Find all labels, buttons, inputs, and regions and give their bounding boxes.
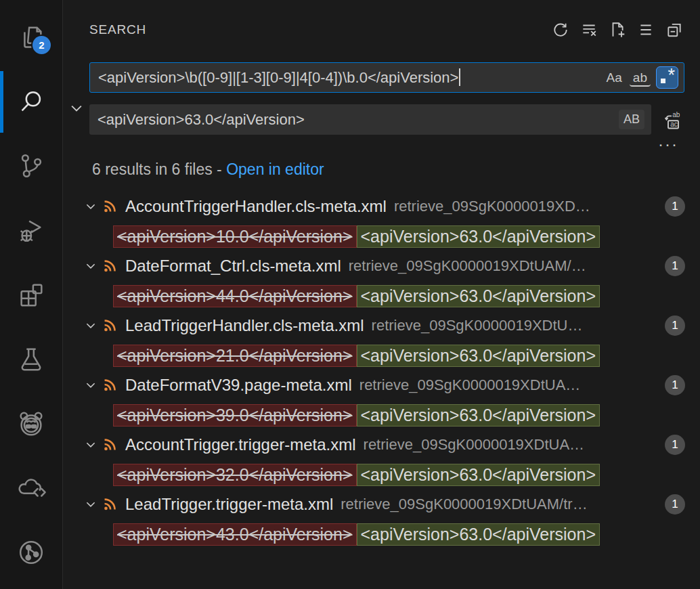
explorer-badge: 2 xyxy=(32,36,51,54)
added-replacement-text: <apiVersion>63.0</apiVersion> xyxy=(357,523,600,546)
activity-item-source-control[interactable] xyxy=(0,134,62,198)
activity-item-search[interactable] xyxy=(0,70,62,134)
refresh-button[interactable] xyxy=(548,18,573,42)
preserve-case-button[interactable]: AB xyxy=(619,110,644,129)
view-as-tree-icon xyxy=(637,21,655,39)
activity-item-share-graph[interactable] xyxy=(0,520,62,584)
match-count-badge: 1 xyxy=(665,494,685,515)
file-name: DateFormat_Ctrl.cls-meta.xml xyxy=(125,257,341,276)
inputs-column: <apiVersion>\b([0-9]|[1-3][0-9]|4[0-4])\… xyxy=(89,62,684,154)
file-path: retrieve_09SgK0000019XDtUAM/… xyxy=(349,257,659,275)
result-file-row[interactable]: DateFormatV39.page-meta.xml retrieve_09S… xyxy=(63,370,700,400)
file-path: retrieve_09SgK0000019XD… xyxy=(394,198,659,215)
xml-file-icon xyxy=(102,318,118,333)
search-result: AccountTrigger.trigger-meta.xml retrieve… xyxy=(63,430,700,489)
file-name: AccountTrigger.trigger-meta.xml xyxy=(125,435,356,454)
result-match-row[interactable]: <apiVersion>32.0</apiVersion> <apiVersio… xyxy=(63,460,700,489)
chevron-down-icon xyxy=(69,101,84,116)
open-new-search-editor-button[interactable] xyxy=(605,18,630,42)
match-count-badge: 1 xyxy=(665,315,685,336)
run-and-debug-icon xyxy=(16,215,47,246)
result-match-row[interactable]: <apiVersion>21.0</apiVersion> <apiVersio… xyxy=(63,341,700,370)
file-name: DateFormatV39.page-meta.xml xyxy=(125,376,352,395)
more-row: ··· xyxy=(89,135,684,154)
whole-word-button[interactable]: ab xyxy=(630,69,651,87)
search-icon xyxy=(16,87,47,118)
activity-item-mascot-extension[interactable] xyxy=(0,391,62,456)
chevron-down-icon[interactable] xyxy=(83,320,98,332)
result-file-row[interactable]: DateFormat_Ctrl.cls-meta.xml retrieve_09… xyxy=(63,251,700,281)
added-replacement-text: <apiVersion>63.0</apiVersion> xyxy=(357,404,600,427)
open-in-editor-link[interactable]: Open in editor xyxy=(226,160,324,179)
search-result: AccountTriggerHandler.cls-meta.xml retri… xyxy=(63,192,700,251)
search-result: DateFormatV39.page-meta.xml retrieve_09S… xyxy=(63,370,700,430)
replace-value-text: <apiVersion>63.0</apiVersion> xyxy=(97,111,619,129)
match-count-badge: 1 xyxy=(665,196,685,217)
use-regex-button[interactable]: * xyxy=(656,66,678,89)
collapse-all-icon xyxy=(665,21,683,39)
removed-match-text: <apiVersion>43.0</apiVersion> xyxy=(113,523,357,546)
activity-item-explorer[interactable]: 2 xyxy=(0,5,62,70)
search-input[interactable]: <apiVersion>\b([0-9]|[1-3][0-9]|4[0-4])\… xyxy=(89,62,684,93)
file-path: retrieve_09SgK0000019XDtUA… xyxy=(359,376,659,394)
svg-text:ac: ac xyxy=(670,121,678,128)
share-graph-icon xyxy=(16,537,47,568)
match-case-button[interactable]: Aa xyxy=(603,69,626,87)
toggle-replace-button[interactable] xyxy=(63,62,89,154)
xml-file-icon xyxy=(102,259,118,274)
cloud-code-icon xyxy=(16,473,47,504)
removed-match-text: <apiVersion>32.0</apiVersion> xyxy=(113,464,357,486)
added-replacement-text: <apiVersion>63.0</apiVersion> xyxy=(357,345,600,367)
toggle-search-details-button[interactable]: ··· xyxy=(655,139,682,149)
replace-all-icon: ab ac xyxy=(661,110,682,130)
result-match-row[interactable]: <apiVersion>44.0</apiVersion> <apiVersio… xyxy=(63,281,700,311)
activity-item-testing[interactable] xyxy=(0,327,62,391)
removed-match-text: <apiVersion>44.0</apiVersion> xyxy=(113,285,357,307)
results-list: AccountTriggerHandler.cls-meta.xml retri… xyxy=(63,192,700,549)
collapse-all-button[interactable] xyxy=(662,18,686,42)
activity-bar: 2 xyxy=(0,0,63,589)
search-sidebar: SEARCH xyxy=(63,0,700,589)
svg-text:ab: ab xyxy=(672,110,680,118)
match-count-badge: 1 xyxy=(665,375,685,395)
added-replacement-text: <apiVersion>63.0</apiVersion> xyxy=(357,225,600,248)
activity-item-cloud-code[interactable] xyxy=(0,456,62,520)
search-inputs-section: <apiVersion>\b([0-9]|[1-3][0-9]|4[0-4])\… xyxy=(63,62,700,154)
summary-separator: - xyxy=(213,160,226,179)
search-query-text: <apiVersion>\b([0-9]|[1-3][0-9]|4[0-4])\… xyxy=(98,68,599,87)
chevron-down-icon[interactable] xyxy=(83,498,98,510)
replace-input[interactable]: <apiVersion>63.0</apiVersion> AB xyxy=(89,104,651,135)
file-path: retrieve_09SgK0000019XDtU… xyxy=(372,317,659,334)
file-name: LeadTrigger.trigger-meta.xml xyxy=(125,495,333,514)
chevron-down-icon[interactable] xyxy=(83,260,98,272)
search-toolbar xyxy=(548,18,686,42)
file-path: retrieve_09SgK0000019XDtUA… xyxy=(364,436,659,454)
source-control-icon xyxy=(16,151,47,182)
replace-row: <apiVersion>63.0</apiVersion> AB ab ac xyxy=(89,104,684,135)
search-result: LeadTrigger.trigger-meta.xml retrieve_09… xyxy=(63,489,700,549)
match-count-badge: 1 xyxy=(665,435,685,455)
chevron-down-icon[interactable] xyxy=(83,379,98,391)
xml-file-icon xyxy=(102,378,118,393)
vscode-search-view: 2 xyxy=(0,0,700,589)
result-match-row[interactable]: <apiVersion>43.0</apiVersion> <apiVersio… xyxy=(63,519,700,549)
open-new-search-editor-icon xyxy=(609,21,626,39)
activity-item-run-debug[interactable] xyxy=(0,198,62,263)
replace-all-button[interactable]: ab ac xyxy=(658,106,684,133)
result-file-row[interactable]: LeadTrigger.trigger-meta.xml retrieve_09… xyxy=(63,489,700,519)
search-result: DateFormat_Ctrl.cls-meta.xml retrieve_09… xyxy=(63,251,700,311)
xml-file-icon xyxy=(102,437,118,452)
result-file-row[interactable]: AccountTrigger.trigger-meta.xml retrieve… xyxy=(63,430,700,460)
result-file-row[interactable]: LeadTriggerHandler.cls-meta.xml retrieve… xyxy=(63,311,700,341)
activity-item-extensions[interactable] xyxy=(0,263,62,327)
clear-search-results-button[interactable] xyxy=(577,18,601,42)
result-match-row[interactable]: <apiVersion>10.0</apiVersion> <apiVersio… xyxy=(63,221,700,251)
result-match-row[interactable]: <apiVersion>39.0</apiVersion> <apiVersio… xyxy=(63,400,700,430)
view-as-tree-button[interactable] xyxy=(634,18,658,42)
regex-icon xyxy=(661,79,665,83)
chevron-down-icon[interactable] xyxy=(83,200,98,213)
chevron-down-icon[interactable] xyxy=(83,439,98,451)
added-replacement-text: <apiVersion>63.0</apiVersion> xyxy=(357,464,600,486)
mascot-extension-icon xyxy=(16,408,47,439)
result-file-row[interactable]: AccountTriggerHandler.cls-meta.xml retri… xyxy=(63,192,700,221)
